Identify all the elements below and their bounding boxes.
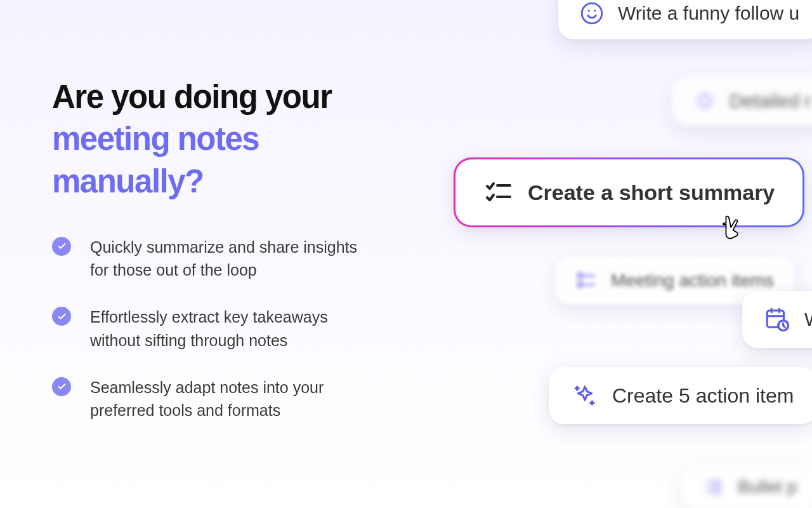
chip-label: Write a funny follow u bbox=[618, 3, 799, 24]
grid-list-icon bbox=[575, 270, 597, 291]
smile-icon bbox=[580, 1, 604, 25]
chip-calendar[interactable]: W bbox=[742, 291, 812, 348]
chip-label: Create 5 action item bbox=[612, 384, 794, 408]
prompt-chip-cloud: Write a funny follow u Detailed r Create… bbox=[431, 0, 812, 508]
hero-heading: Are you doing your meeting notes manuall… bbox=[52, 76, 395, 203]
chip-label: Detailed r bbox=[730, 90, 811, 112]
hero-heading-line1: Are you doing your bbox=[52, 79, 332, 115]
svg-rect-4 bbox=[578, 283, 582, 287]
feature-bullet: Quickly summarize and share insights for… bbox=[52, 236, 395, 282]
sparkle-plus-icon bbox=[572, 382, 598, 409]
chip-label: Meeting action items bbox=[611, 271, 774, 291]
feature-bullet-text: Effortlessly extract key takeaways witho… bbox=[90, 305, 369, 352]
svg-point-1 bbox=[588, 10, 590, 11]
svg-point-8 bbox=[705, 481, 707, 483]
chip-label: W bbox=[804, 309, 812, 330]
svg-point-2 bbox=[594, 10, 596, 11]
check-icon bbox=[52, 237, 71, 256]
list-icon bbox=[702, 476, 724, 498]
calendar-clock-icon bbox=[764, 306, 790, 333]
chip-label: Create a short summary bbox=[528, 180, 775, 205]
svg-point-10 bbox=[705, 491, 707, 493]
chip-funny-follow[interactable]: Write a funny follow u bbox=[558, 0, 812, 39]
feature-bullet-text: Seamlessly adapt notes into your preferr… bbox=[90, 376, 369, 422]
hero-heading-accent: meeting notes manually? bbox=[52, 121, 259, 199]
sparkle-icon bbox=[694, 90, 716, 112]
chip-five-action[interactable]: Create 5 action item bbox=[549, 367, 812, 424]
check-icon bbox=[52, 377, 71, 396]
feature-bullet: Effortlessly extract key takeaways witho… bbox=[52, 305, 395, 352]
feature-bullets: Quickly summarize and share insights for… bbox=[52, 236, 395, 422]
chip-label: Bullet p bbox=[738, 477, 797, 497]
chip-detailed[interactable]: Detailed r bbox=[672, 76, 812, 126]
feature-bullet: Seamlessly adapt notes into your preferr… bbox=[52, 376, 395, 422]
svg-point-0 bbox=[582, 3, 602, 23]
check-icon bbox=[52, 307, 71, 326]
svg-point-9 bbox=[705, 486, 707, 488]
checklist-icon bbox=[483, 177, 514, 208]
chip-short-summary[interactable]: Create a short summary bbox=[454, 157, 804, 227]
feature-bullet-text: Quickly summarize and share insights for… bbox=[90, 236, 369, 282]
svg-rect-3 bbox=[578, 274, 582, 278]
chip-bullet-points[interactable]: Bullet p bbox=[682, 464, 812, 508]
pointer-cursor-icon bbox=[718, 215, 741, 240]
hero-left-column: Are you doing your meeting notes manuall… bbox=[52, 76, 395, 422]
